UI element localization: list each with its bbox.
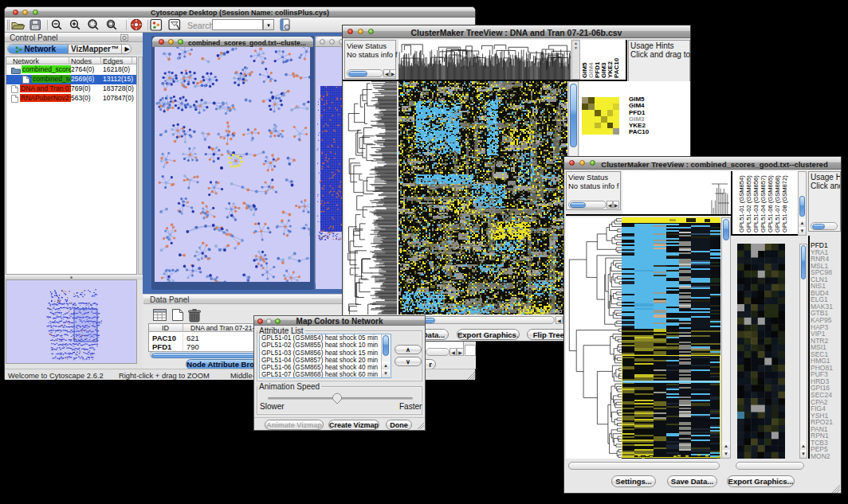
svg-text:GPL51-06 (GSM865): GPL51-06 (GSM865) bbox=[767, 175, 774, 232]
svg-text:GPL51-03 (GSM856): GPL51-03 (GSM856) bbox=[752, 175, 760, 232]
svg-text:PAC10: PAC10 bbox=[613, 57, 620, 78]
svg-text:GPL51-01 (GSM854): GPL51-01 (GSM854) bbox=[738, 175, 745, 232]
svg-text:GPL51-08 (GSM872): GPL51-08 (GSM872) bbox=[781, 175, 788, 232]
svg-text:GPL51-02 (GSM855): GPL51-02 (GSM855) bbox=[745, 175, 752, 232]
svg-text:GPL51-04 (GSM857): GPL51-04 (GSM857) bbox=[760, 175, 767, 232]
svg-text:GPL51-07 (GSM868): GPL51-07 (GSM868) bbox=[774, 175, 781, 232]
